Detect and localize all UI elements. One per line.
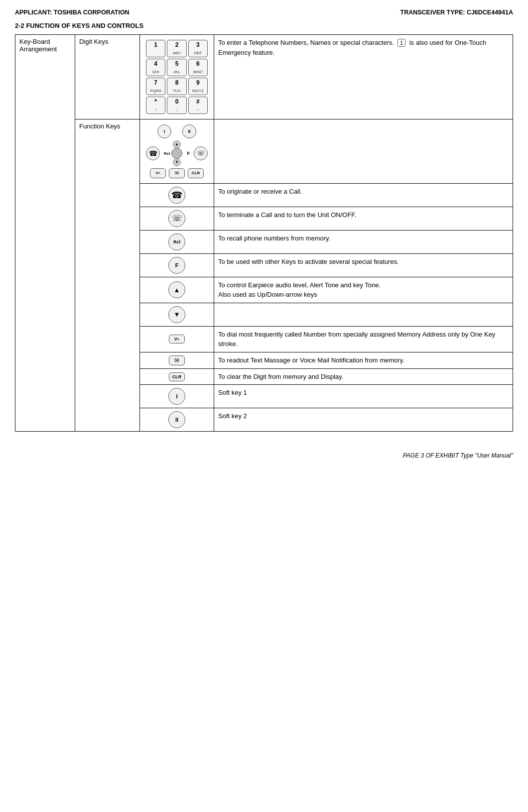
f-key-icon-cell: F	[140, 253, 214, 277]
mail-key-icon: ✉	[169, 355, 185, 365]
f-key-icon: F	[168, 257, 185, 274]
digit-key-5: 5JKL	[167, 59, 186, 76]
softkey2-icon: II	[182, 124, 196, 138]
page-header: APPLICANT: TOSHIBA CORPORATION TRANSCEIV…	[15, 9, 513, 16]
mail-key-desc-cell: To readout Text Massage or Voice Mail No…	[214, 352, 513, 368]
vplus-key-desc-cell: To dial most frequently called Number fr…	[214, 326, 513, 352]
nav-down-btn: ▼	[173, 158, 181, 166]
call-key-desc-cell: To originate or receive a Call.	[214, 183, 513, 207]
nav-center-btn	[171, 148, 182, 159]
func-panel-desc-cell	[214, 119, 513, 183]
digit-key-star: *↑	[146, 97, 165, 114]
digit-key-6: 6MNO	[188, 59, 208, 76]
nav-cluster: ▲ ▼ Rcl F	[164, 140, 190, 166]
softkey1-desc-cell: Soft key 1	[214, 385, 513, 408]
rcl-key-desc-cell: To recall phone numbers from memory.	[214, 230, 513, 253]
f-key-desc-cell: To be used with other Keys to activate s…	[214, 253, 513, 277]
call-key-icon-cell: ☎	[140, 183, 214, 207]
mail-icon-panel: ✉	[169, 168, 185, 178]
applicant-label: APPLICANT: TOSHIBA CORPORATION	[15, 9, 130, 16]
softkey1-key-icon: I	[168, 388, 185, 405]
digit-key-3: 3DEF	[188, 40, 208, 57]
digit-key-7: 7PQRS	[146, 78, 165, 95]
vplus-icon-panel: V+	[150, 168, 166, 178]
digit-keys-desc-cell: To enter a Telephone Numbers, Names or s…	[214, 35, 513, 119]
end-icon-panel: ☏	[194, 146, 208, 160]
arrow-down-key-icon-cell: ▼	[140, 303, 214, 326]
mail-key-icon-cell: ✉	[140, 352, 214, 368]
arrow-down-key-desc-cell	[214, 303, 513, 326]
function-keys-panel-row: Function Keys I II ☎ ▲	[15, 119, 513, 183]
func-row-2: ☎ ▲ ▼ Rcl F ☏	[146, 140, 208, 166]
digit-key-hash: #←	[188, 97, 208, 114]
softkey2-icon-cell: II	[140, 408, 214, 432]
call-icon-panel: ☎	[146, 146, 160, 160]
arrow-up-key-desc-cell: To control Earpiece audio level, Alert T…	[214, 277, 513, 303]
clr-key-icon-cell: CLR	[140, 368, 214, 385]
function-keys-label-cell: Function Keys	[75, 119, 140, 432]
clr-icon-panel: CLR	[188, 168, 204, 178]
digit-keys-label-cell: Digit Keys	[75, 35, 140, 119]
digit-key-8: 8TUV	[167, 78, 186, 95]
main-table: Key-Board Arrangement Digit Keys 1 2ABC …	[15, 34, 513, 432]
rcl-key-icon: Rcl	[168, 233, 185, 250]
func-key-panel: I II ☎ ▲ ▼ Rcl F	[144, 122, 210, 180]
end-key-icon-cell: ☏	[140, 207, 214, 230]
vplus-key-icon: V+	[169, 335, 185, 344]
func-panel-icon-cell: I II ☎ ▲ ▼ Rcl F	[140, 119, 214, 183]
end-key-desc-cell: To terminate a Call and to turn the Unit…	[214, 207, 513, 230]
section-title: 2-2 FUNCTION OF KEYS AND CONTROLS	[15, 22, 513, 29]
digit-keys-row: Key-Board Arrangement Digit Keys 1 2ABC …	[15, 35, 513, 119]
func-row-3: V+ ✉ CLR	[150, 168, 204, 178]
func-row-1: I II	[157, 124, 196, 138]
digit-key-9: 9WXYZ	[188, 78, 208, 95]
softkey2-desc-cell: Soft key 2	[214, 408, 513, 432]
nav-up-btn: ▲	[173, 140, 181, 148]
softkey2-key-icon: II	[168, 411, 185, 428]
F-label: F	[187, 151, 190, 156]
digit-key-4: 4GHI	[146, 59, 165, 76]
digit-keys-icon-cell: 1 2ABC 3DEF 4GHI 5JKL 6MNO 7PQRS 8TUV 9W…	[140, 35, 214, 119]
softkey1-icon: I	[157, 124, 171, 138]
arrow-down-key-icon: ▼	[168, 306, 185, 323]
clr-key-desc-cell: To clear the Digit from memory and Displ…	[214, 368, 513, 385]
page-footer-container: PAGE 3 OF EXHIBIT Type "User Manual"	[15, 452, 513, 459]
digit-key-grid: 1 2ABC 3DEF 4GHI 5JKL 6MNO 7PQRS 8TUV 9W…	[144, 38, 210, 116]
rcl-label: Rcl	[164, 151, 170, 155]
vplus-key-icon-cell: V+	[140, 326, 214, 352]
arrow-up-key-icon-cell: ▲	[140, 277, 214, 303]
keyboard-arrangement-cell: Key-Board Arrangement	[15, 35, 75, 432]
rcl-key-icon-cell: Rcl	[140, 230, 214, 253]
call-key-icon: ☎	[168, 187, 185, 204]
digit-key-2: 2ABC	[167, 40, 186, 57]
digit-key-1: 1	[146, 40, 165, 57]
digit-key-0: 0↓	[167, 97, 186, 114]
end-key-icon: ☏	[168, 210, 185, 227]
transceiver-label: TRANSCEIVER TYPE: CJ6DCE44941A	[400, 9, 513, 16]
clr-key-icon: CLR	[169, 372, 185, 381]
softkey1-icon-cell: I	[140, 385, 214, 408]
page-footer: PAGE 3 OF EXHIBIT Type "User Manual"	[403, 452, 513, 459]
arrow-up-key-icon: ▲	[168, 281, 185, 298]
